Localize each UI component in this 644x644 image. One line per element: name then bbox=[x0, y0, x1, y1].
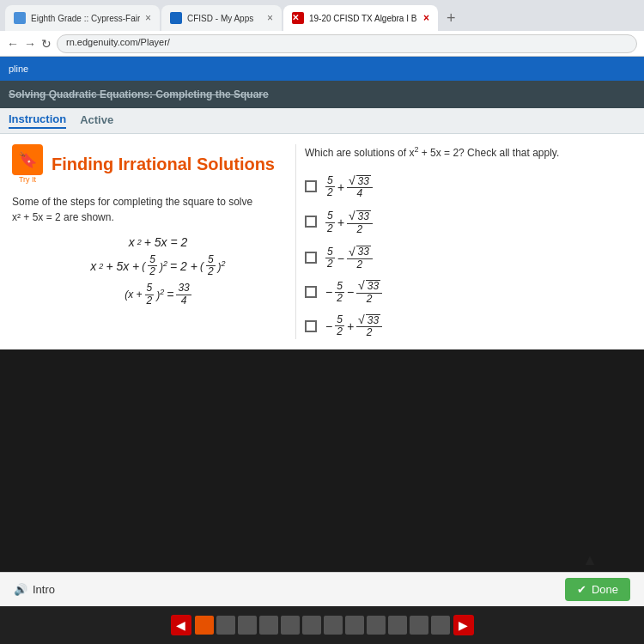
forward-icon[interactable]: → bbox=[24, 37, 36, 51]
right-section: Which are solutions of x2 + 5x = 2? Chec… bbox=[295, 144, 632, 339]
progress-square-5[interactable] bbox=[281, 616, 300, 635]
address-bar-row: ← → ↻ rn.edgenuity.com/Player/ bbox=[0, 31, 644, 57]
done-button[interactable]: ✔ Done bbox=[565, 578, 630, 601]
math-step-2: x2 + 5x + ( 5 2 )2 = 2 + ( 5 2 )2 bbox=[90, 254, 225, 277]
answer-option-1: 5 2 + √33 4 bbox=[305, 173, 632, 199]
tab-close-2[interactable]: × bbox=[267, 12, 273, 24]
progress-forward-button[interactable]: ▶ bbox=[453, 615, 474, 635]
progress-square-11[interactable] bbox=[410, 616, 428, 635]
progress-square-7[interactable] bbox=[324, 616, 343, 635]
answer-option-2: 5 2 + √33 2 bbox=[305, 208, 632, 234]
tab-cfisd[interactable]: CFISD - My Apps × bbox=[161, 5, 282, 31]
answer-math-5: − 5 2 + √33 2 bbox=[325, 313, 382, 339]
answer-math-1: 5 2 + √33 4 bbox=[325, 173, 373, 199]
blue-nav-text: pline bbox=[9, 64, 28, 74]
answer-option-5: − 5 2 + √33 2 bbox=[305, 313, 632, 339]
try-it-icon: 🔖 bbox=[12, 144, 43, 175]
section-title: Finding Irrational Solutions bbox=[52, 155, 275, 174]
answer-math-3: 5 2 − √33 2 bbox=[325, 244, 373, 270]
tab-favicon-2 bbox=[170, 12, 182, 24]
speaker-icon: 🔊 bbox=[14, 583, 27, 596]
progress-square-12[interactable] bbox=[431, 616, 450, 635]
answer-options: 5 2 + √33 4 bbox=[305, 173, 632, 339]
cursor: ▲ bbox=[582, 551, 592, 567]
done-label: Done bbox=[592, 583, 618, 596]
tab-eighth-grade[interactable]: Eighth Grade :: Cypress-Fairban × bbox=[5, 5, 160, 31]
section-header: 🔖 Try It Finding Irrational Solutions bbox=[12, 144, 287, 184]
intro-label: Intro bbox=[33, 583, 55, 596]
math-step-1: x2 + 5x = 2 bbox=[129, 235, 188, 249]
left-section: 🔖 Try It Finding Irrational Solutions So… bbox=[12, 144, 287, 339]
question-text: Which are solutions of x2 + 5x = 2? Chec… bbox=[305, 144, 632, 161]
answer-option-3: 5 2 − √33 2 bbox=[305, 244, 632, 270]
intro-button[interactable]: 🔊 Intro bbox=[14, 583, 55, 596]
tab-label-2: CFISD - My Apps bbox=[187, 14, 253, 23]
tab-algebra[interactable]: ✕ 19-20 CFISD TX Algebra I B Onli × bbox=[283, 5, 438, 31]
progress-square-8[interactable] bbox=[345, 616, 364, 635]
progress-square-9[interactable] bbox=[367, 616, 386, 635]
progress-square-1[interactable] bbox=[195, 616, 214, 635]
checkbox-1[interactable] bbox=[305, 180, 317, 192]
back-icon[interactable]: ← bbox=[7, 37, 19, 51]
dark-header: Solving Quadratic Equations: Completing … bbox=[0, 81, 644, 108]
answer-math-2: 5 2 + √33 2 bbox=[325, 208, 373, 234]
bottom-bar: 🔊 Intro ✔ Done bbox=[0, 572, 644, 606]
checkbox-4[interactable] bbox=[305, 286, 317, 298]
try-it-label: Try It bbox=[19, 175, 36, 184]
tab-instruction[interactable]: Instruction bbox=[9, 112, 66, 129]
tab-bar: Eighth Grade :: Cypress-Fairban × CFISD … bbox=[0, 0, 644, 31]
progress-squares bbox=[195, 616, 450, 635]
main-content: 🔖 Try It Finding Irrational Solutions So… bbox=[0, 134, 644, 349]
tab-favicon-3: ✕ bbox=[292, 12, 304, 24]
progress-square-2[interactable] bbox=[216, 616, 235, 635]
progress-square-4[interactable] bbox=[259, 616, 278, 635]
math-step-3: (x + 5 2 )2 = 33 4 bbox=[125, 283, 191, 306]
answer-math-4: − 5 2 − √33 2 bbox=[325, 279, 382, 305]
nav-tabs: Instruction Active bbox=[0, 108, 644, 134]
progress-square-10[interactable] bbox=[388, 616, 407, 635]
checkbox-2[interactable] bbox=[305, 216, 317, 228]
tab-label-1: Eighth Grade :: Cypress-Fairban bbox=[31, 14, 140, 23]
blue-nav: pline bbox=[0, 57, 644, 81]
progress-square-3[interactable] bbox=[238, 616, 257, 635]
progress-back-button[interactable]: ◀ bbox=[171, 615, 191, 635]
checkbox-5[interactable] bbox=[305, 320, 317, 332]
address-text: rn.edgenuity.com/Player/ bbox=[66, 37, 170, 47]
tab-label-3: 19-20 CFISD TX Algebra I B Onli bbox=[309, 14, 418, 23]
tab-close-1[interactable]: × bbox=[145, 12, 151, 24]
address-bar[interactable]: rn.edgenuity.com/Player/ bbox=[57, 34, 637, 53]
progress-bar: ◀ ▶ bbox=[0, 606, 644, 644]
tab-close-3[interactable]: × bbox=[423, 12, 429, 24]
math-steps: x2 + 5x = 2 x2 + 5x + ( 5 2 )2 = 2 + ( 5 bbox=[29, 235, 287, 307]
tab-add-button[interactable]: + bbox=[440, 9, 463, 27]
description-text: Some of the steps for completing the squ… bbox=[12, 194, 287, 225]
tab-favicon-1 bbox=[14, 12, 26, 24]
reload-icon[interactable]: ↻ bbox=[41, 37, 52, 51]
course-title: Solving Quadratic Equations: Completing … bbox=[9, 88, 269, 100]
checkbox-3[interactable] bbox=[305, 252, 317, 264]
checkmark-icon: ✔ bbox=[577, 583, 586, 596]
browser-chrome: Eighth Grade :: Cypress-Fairban × CFISD … bbox=[0, 0, 644, 57]
answer-option-4: − 5 2 − √33 2 bbox=[305, 279, 632, 305]
tab-active[interactable]: Active bbox=[80, 113, 113, 128]
progress-square-6[interactable] bbox=[302, 616, 321, 635]
